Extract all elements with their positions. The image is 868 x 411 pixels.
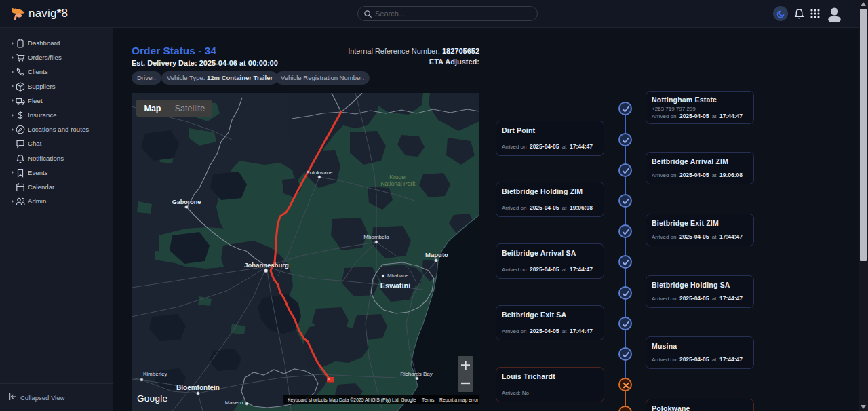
svg-text:Maputo: Maputo [425,251,448,258]
svg-text:Satellite: Satellite [175,104,205,113]
svg-text:Mbombela: Mbombela [363,234,389,240]
svg-text:Richards Bay: Richards Bay [400,371,433,377]
svg-text:Google: Google [137,393,167,404]
svg-text:Kruger: Kruger [389,174,407,180]
svg-text:Johannesburg: Johannesburg [244,261,289,269]
svg-text:Mbabane: Mbabane [387,273,408,279]
svg-text:Report a map error: Report a map error [439,397,479,403]
svg-text:Map: Map [144,104,161,113]
svg-text:Maseru: Maseru [225,399,243,406]
svg-text:National Park: National Park [380,180,416,187]
svg-text:Terms: Terms [422,397,435,402]
svg-text:Map Data ©2025 AfriGIS (Pty) L: Map Data ©2025 AfriGIS (Pty) Ltd, Google [329,397,416,403]
svg-text:Gaborone: Gaborone [172,199,201,206]
svg-text:Kimberley: Kimberley [143,371,167,377]
svg-text:Polokwane: Polokwane [306,170,333,176]
svg-text:Keyboard shortcuts: Keyboard shortcuts [288,397,328,403]
svg-text:Eswatini: Eswatini [380,281,411,290]
svg-text:Bloemfontein: Bloemfontein [176,384,220,391]
